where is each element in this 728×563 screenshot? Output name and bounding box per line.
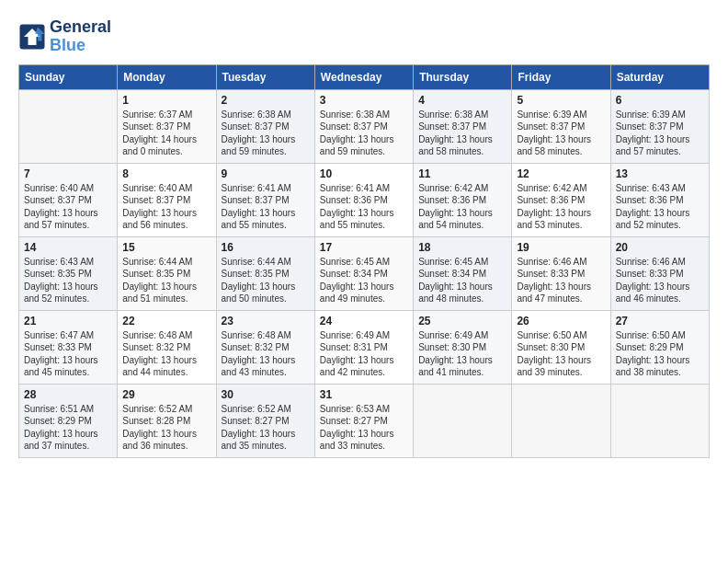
- day-info: Sunrise: 6:38 AM Sunset: 8:37 PM Dayligh…: [418, 109, 506, 158]
- day-number: 6: [616, 94, 704, 107]
- calendar-cell: 22Sunrise: 6:48 AM Sunset: 8:32 PM Dayli…: [118, 310, 216, 384]
- day-info: Sunrise: 6:46 AM Sunset: 8:33 PM Dayligh…: [616, 256, 704, 305]
- calendar-cell: 2Sunrise: 6:38 AM Sunset: 8:37 PM Daylig…: [216, 89, 314, 163]
- calendar-cell: [512, 384, 610, 457]
- day-number: 11: [418, 167, 506, 180]
- calendar-cell: 28Sunrise: 6:51 AM Sunset: 8:29 PM Dayli…: [19, 384, 118, 457]
- day-number: 15: [122, 241, 210, 254]
- day-number: 3: [320, 94, 408, 107]
- header-saturday: Saturday: [610, 64, 709, 89]
- day-info: Sunrise: 6:49 AM Sunset: 8:30 PM Dayligh…: [418, 329, 506, 379]
- day-info: Sunrise: 6:50 AM Sunset: 8:29 PM Dayligh…: [616, 329, 704, 379]
- calendar-cell: 15Sunrise: 6:44 AM Sunset: 8:35 PM Dayli…: [118, 236, 216, 310]
- calendar-cell: 11Sunrise: 6:42 AM Sunset: 8:36 PM Dayli…: [414, 163, 512, 236]
- day-info: Sunrise: 6:52 AM Sunset: 8:28 PM Dayligh…: [122, 403, 210, 453]
- day-number: 12: [517, 167, 605, 180]
- day-info: Sunrise: 6:49 AM Sunset: 8:31 PM Dayligh…: [320, 329, 408, 379]
- day-info: Sunrise: 6:44 AM Sunset: 8:35 PM Dayligh…: [222, 256, 310, 305]
- day-info: Sunrise: 6:47 AM Sunset: 8:33 PM Dayligh…: [24, 329, 112, 379]
- day-number: 27: [616, 315, 704, 327]
- day-info: Sunrise: 6:48 AM Sunset: 8:32 PM Dayligh…: [222, 329, 310, 379]
- calendar-cell: 12Sunrise: 6:42 AM Sunset: 8:36 PM Dayli…: [512, 163, 610, 236]
- day-number: 18: [418, 241, 506, 254]
- day-info: Sunrise: 6:40 AM Sunset: 8:37 PM Dayligh…: [24, 182, 112, 232]
- day-info: Sunrise: 6:37 AM Sunset: 8:37 PM Dayligh…: [122, 109, 210, 158]
- day-info: Sunrise: 6:46 AM Sunset: 8:33 PM Dayligh…: [517, 256, 605, 305]
- day-info: Sunrise: 6:40 AM Sunset: 8:37 PM Dayligh…: [122, 182, 210, 232]
- day-number: 20: [616, 241, 704, 254]
- day-number: 16: [222, 241, 310, 254]
- calendar-cell: 9Sunrise: 6:41 AM Sunset: 8:37 PM Daylig…: [216, 163, 314, 236]
- day-info: Sunrise: 6:39 AM Sunset: 8:37 PM Dayligh…: [616, 109, 704, 158]
- day-number: 25: [418, 315, 506, 327]
- calendar-cell: 25Sunrise: 6:49 AM Sunset: 8:30 PM Dayli…: [414, 310, 512, 384]
- day-number: 19: [517, 241, 605, 254]
- day-number: 5: [517, 94, 605, 107]
- logo-text: General Blue: [50, 18, 111, 55]
- calendar-cell: [19, 89, 118, 163]
- day-number: 10: [320, 167, 408, 180]
- header-tuesday: Tuesday: [216, 64, 314, 89]
- day-info: Sunrise: 6:39 AM Sunset: 8:37 PM Dayligh…: [517, 109, 605, 158]
- calendar-cell: 6Sunrise: 6:39 AM Sunset: 8:37 PM Daylig…: [610, 89, 709, 163]
- day-info: Sunrise: 6:38 AM Sunset: 8:37 PM Dayligh…: [222, 109, 310, 158]
- day-number: 13: [616, 167, 704, 180]
- day-number: 24: [320, 315, 408, 327]
- calendar-week-row: 21Sunrise: 6:47 AM Sunset: 8:33 PM Dayli…: [19, 310, 710, 384]
- calendar-week-row: 14Sunrise: 6:43 AM Sunset: 8:35 PM Dayli…: [19, 236, 710, 310]
- header-wednesday: Wednesday: [314, 64, 413, 89]
- day-number: 30: [222, 388, 310, 401]
- header-thursday: Thursday: [414, 64, 512, 89]
- calendar-cell: 30Sunrise: 6:52 AM Sunset: 8:27 PM Dayli…: [216, 384, 314, 457]
- calendar-cell: 7Sunrise: 6:40 AM Sunset: 8:37 PM Daylig…: [19, 163, 118, 236]
- day-info: Sunrise: 6:45 AM Sunset: 8:34 PM Dayligh…: [418, 256, 506, 305]
- day-info: Sunrise: 6:44 AM Sunset: 8:35 PM Dayligh…: [122, 256, 210, 305]
- header-monday: Monday: [118, 64, 216, 89]
- day-number: 29: [122, 388, 210, 401]
- calendar-cell: [414, 384, 512, 457]
- calendar-table: SundayMondayTuesdayWednesdayThursdayFrid…: [18, 64, 710, 458]
- calendar-cell: 24Sunrise: 6:49 AM Sunset: 8:31 PM Dayli…: [314, 310, 413, 384]
- header-friday: Friday: [512, 64, 610, 89]
- day-number: 26: [517, 315, 605, 327]
- calendar-cell: 26Sunrise: 6:50 AM Sunset: 8:30 PM Dayli…: [512, 310, 610, 384]
- header-sunday: Sunday: [19, 64, 118, 89]
- day-number: 22: [122, 315, 210, 327]
- day-info: Sunrise: 6:42 AM Sunset: 8:36 PM Dayligh…: [418, 182, 506, 232]
- day-number: 4: [418, 94, 506, 107]
- day-info: Sunrise: 6:42 AM Sunset: 8:36 PM Dayligh…: [517, 182, 605, 232]
- calendar-cell: 16Sunrise: 6:44 AM Sunset: 8:35 PM Dayli…: [216, 236, 314, 310]
- day-number: 14: [24, 241, 112, 254]
- day-info: Sunrise: 6:38 AM Sunset: 8:37 PM Dayligh…: [320, 109, 408, 158]
- calendar-week-row: 1Sunrise: 6:37 AM Sunset: 8:37 PM Daylig…: [19, 89, 710, 163]
- day-info: Sunrise: 6:43 AM Sunset: 8:36 PM Dayligh…: [616, 182, 704, 232]
- day-info: Sunrise: 6:41 AM Sunset: 8:36 PM Dayligh…: [320, 182, 408, 232]
- day-number: 1: [122, 94, 210, 107]
- day-info: Sunrise: 6:52 AM Sunset: 8:27 PM Dayligh…: [222, 403, 310, 453]
- calendar-cell: 8Sunrise: 6:40 AM Sunset: 8:37 PM Daylig…: [118, 163, 216, 236]
- day-info: Sunrise: 6:48 AM Sunset: 8:32 PM Dayligh…: [122, 329, 210, 379]
- logo-icon: [18, 23, 46, 51]
- day-number: 21: [24, 315, 112, 327]
- calendar-cell: 23Sunrise: 6:48 AM Sunset: 8:32 PM Dayli…: [216, 310, 314, 384]
- day-number: 17: [320, 241, 408, 254]
- day-info: Sunrise: 6:41 AM Sunset: 8:37 PM Dayligh…: [222, 182, 310, 232]
- calendar-cell: 5Sunrise: 6:39 AM Sunset: 8:37 PM Daylig…: [512, 89, 610, 163]
- calendar-cell: 31Sunrise: 6:53 AM Sunset: 8:27 PM Dayli…: [314, 384, 413, 457]
- day-number: 31: [320, 388, 408, 401]
- day-number: 7: [24, 167, 112, 180]
- day-number: 23: [222, 315, 310, 327]
- day-number: 2: [222, 94, 310, 107]
- logo: General Blue: [18, 18, 111, 55]
- day-number: 9: [222, 167, 310, 180]
- calendar-cell: 3Sunrise: 6:38 AM Sunset: 8:37 PM Daylig…: [314, 89, 413, 163]
- day-info: Sunrise: 6:43 AM Sunset: 8:35 PM Dayligh…: [24, 256, 112, 305]
- day-number: 28: [24, 388, 112, 401]
- calendar-cell: 10Sunrise: 6:41 AM Sunset: 8:36 PM Dayli…: [314, 163, 413, 236]
- calendar-header-row: SundayMondayTuesdayWednesdayThursdayFrid…: [19, 64, 710, 89]
- calendar-cell: 14Sunrise: 6:43 AM Sunset: 8:35 PM Dayli…: [19, 236, 118, 310]
- day-info: Sunrise: 6:51 AM Sunset: 8:29 PM Dayligh…: [24, 403, 112, 453]
- day-info: Sunrise: 6:45 AM Sunset: 8:34 PM Dayligh…: [320, 256, 408, 305]
- calendar-cell: 1Sunrise: 6:37 AM Sunset: 8:37 PM Daylig…: [118, 89, 216, 163]
- day-info: Sunrise: 6:50 AM Sunset: 8:30 PM Dayligh…: [517, 329, 605, 379]
